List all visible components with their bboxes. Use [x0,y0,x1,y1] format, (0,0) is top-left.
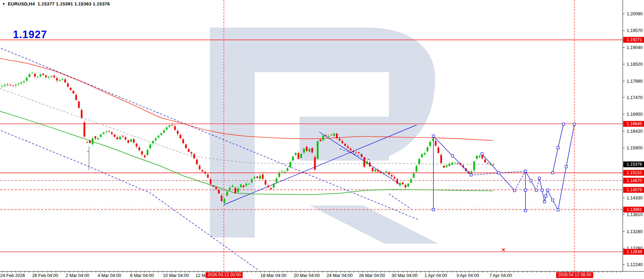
zigzag-node-marker[interactable] [538,177,541,179]
bull-candle [48,77,50,78]
bear-candle [199,166,200,169]
zigzag-node-marker[interactable] [573,123,576,125]
time-axis-tick [407,272,408,273]
bull-candle [31,73,33,74]
bear-candle [73,91,74,94]
bear-candle [207,175,209,178]
zigzag-node-marker[interactable] [498,171,500,174]
time-axis-tick [594,272,594,273]
bear-candle [182,139,184,143]
time-axis[interactable]: 24 Feb 202626 Feb 04:002 Mar 04:004 Mar … [0,271,644,279]
chart-canvas[interactable]: ✕ ▼ EURUSD,H4 1.15377 1.15391 1.15363 1.… [0,0,623,271]
zigzag-node-marker[interactable] [557,146,559,149]
bull-candle [383,173,384,174]
x-close-marker-icon[interactable]: ✕ [501,247,505,252]
zigzag-node-marker[interactable] [552,171,554,174]
time-axis-tick [69,272,69,273]
bull-candle [473,162,475,170]
bear-candle [45,76,47,77]
collapse-quote-icon[interactable]: ▼ [2,2,5,6]
time-axis-tick [87,272,87,273]
zigzag-node-marker[interactable] [524,189,527,191]
bear-candle [396,179,398,184]
bull-candle [374,169,376,171]
time-axis-label: 4 Mar 04:00 [97,273,121,278]
moving-averages [0,59,493,195]
bear-candle [243,185,245,187]
bear-candle [84,122,85,136]
zigzag-node-marker[interactable] [541,189,543,191]
zigzag-segment [536,178,539,190]
zigzag-node-marker[interactable] [432,208,435,211]
bull-candle [37,77,39,78]
bull-candle [223,199,225,203]
time-axis-tick [496,272,497,273]
bear-candle [355,153,357,153]
bear-candle [369,162,371,166]
time-axis-tick [96,272,96,273]
bear-candle [394,177,395,179]
time-axis-tick [278,272,279,273]
time-axis-tick [162,272,163,273]
bear-candle [122,136,124,137]
zigzag-node-marker[interactable] [451,154,454,157]
bear-candle [298,153,299,159]
time-axis-tick [372,272,372,273]
bull-candle [476,156,478,159]
zigzag-node-marker[interactable] [565,165,568,168]
price-axis[interactable]: 1.200901.195701.192711.190401.185201.179… [623,0,644,271]
bear-candle [196,160,198,164]
time-axis-tick [158,272,158,273]
zigzag-node-marker[interactable] [562,123,565,125]
bull-candle [226,192,228,196]
zigzag-node-marker[interactable] [543,200,546,203]
time-axis-tick [180,272,181,273]
bull-candle [248,184,250,184]
bull-candle [100,134,102,137]
current-price-badge: 1.15376 [623,162,644,167]
time-axis-tick [100,272,101,273]
time-axis-tick [523,272,523,273]
dash-segment-b [389,194,411,209]
channel-lower [1,131,259,270]
time-axis-tick [305,272,305,273]
time-axis-tick [42,272,42,273]
zigzag-node-marker[interactable] [552,199,554,201]
time-axis-label: 7 Apr 04:00 [489,273,512,278]
bear-candle [34,74,36,77]
time-axis-tick [91,272,92,273]
time-axis-tick [509,272,510,273]
zigzag-node-marker[interactable] [432,135,435,137]
time-axis-tick [56,272,56,273]
zigzag-node-marker[interactable] [535,189,538,191]
bear-candle [306,147,307,151]
bull-candle [155,138,157,140]
bull-candle [454,163,456,164]
bull-candle [168,126,170,127]
zigzag-node-marker[interactable] [545,195,547,197]
zigzag-node-marker[interactable] [481,153,483,155]
zigzag-node-marker[interactable] [524,209,527,212]
bear-candle [171,125,173,126]
zigzag-node-marker[interactable] [557,209,559,211]
time-axis-tick [189,272,190,273]
time-axis-tick [425,272,425,273]
bear-candle [42,74,44,75]
bull-candle [29,74,30,77]
bear-candle [314,157,316,170]
price-axis-tick [623,97,625,98]
price-axis-label: 1.14330 [627,195,643,200]
time-axis-tick [518,272,519,273]
time-axis-tick [109,272,109,273]
zigzag-node-marker[interactable] [470,174,472,176]
time-axis-tick [452,272,452,273]
bear-candle [193,154,195,158]
bear-candle [311,148,313,152]
time-axis-label: 26 Mar 04:00 [359,273,385,278]
zigzag-node-marker[interactable] [514,190,516,192]
zigzag-node-marker[interactable] [530,179,532,182]
bull-candle [416,166,417,171]
trading-terminal-chart: ✕ ▼ EURUSD,H4 1.15377 1.15391 1.15363 1.… [0,0,644,279]
zigzag-node-marker[interactable] [524,170,527,173]
zigzag-node-marker[interactable] [547,189,549,191]
